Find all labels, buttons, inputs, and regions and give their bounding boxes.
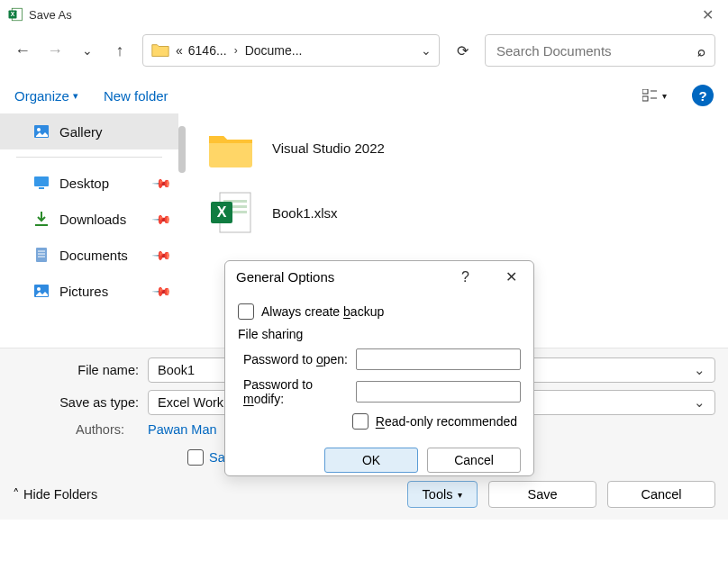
svg-rect-3 xyxy=(642,89,648,94)
file-label: Visual Studio 2022 xyxy=(272,140,385,156)
sidebar-item-label: Desktop xyxy=(59,176,109,191)
close-icon[interactable]: ✕ xyxy=(695,3,721,27)
sidebar-item-downloads[interactable]: Downloads 📌 xyxy=(0,201,178,237)
always-backup-label: Always create backup xyxy=(261,304,384,319)
file-label: Book1.xlsx xyxy=(272,205,338,221)
save-type-label: Save as type: xyxy=(13,395,148,410)
folder-icon xyxy=(205,122,256,173)
chevron-up-icon: ˄ xyxy=(13,487,20,502)
up-icon[interactable]: ↑ xyxy=(110,41,130,60)
sidebar-scrollbar[interactable] xyxy=(178,113,187,348)
chevron-down-icon[interactable]: ⌄ xyxy=(421,43,432,58)
tools-button[interactable]: Tools ▾ xyxy=(407,481,478,508)
authors-label: Authors: xyxy=(76,422,124,437)
refresh-icon[interactable]: ⟳ xyxy=(452,42,472,59)
password-open-label: Password to open: xyxy=(238,352,349,366)
readonly-checkbox[interactable] xyxy=(352,413,369,430)
sidebar-item-label: Gallery xyxy=(59,124,103,140)
close-icon[interactable]: ✕ xyxy=(500,268,523,285)
save-thumbnail-checkbox[interactable] xyxy=(187,449,204,466)
organize-button[interactable]: Organize ▾ xyxy=(14,88,78,104)
help-icon[interactable]: ? xyxy=(456,269,475,285)
path-seg2[interactable]: Docume... xyxy=(245,43,303,58)
authors-value[interactable]: Pawan Man xyxy=(148,422,217,437)
list-item[interactable]: X Book1.xlsx xyxy=(195,180,721,245)
excel-file-icon: X xyxy=(205,187,256,238)
svg-rect-4 xyxy=(642,96,648,101)
password-modify-input[interactable] xyxy=(356,381,521,403)
svg-rect-9 xyxy=(34,176,49,186)
toolbar: Organize ▾ New folder ▾ ? xyxy=(0,77,728,113)
documents-icon xyxy=(32,246,50,264)
excel-app-icon: X xyxy=(7,6,23,23)
chevron-down-icon: ▾ xyxy=(662,91,667,101)
ok-button[interactable]: OK xyxy=(324,448,418,473)
sidebar-item-pictures[interactable]: Pictures 📌 xyxy=(0,273,178,309)
search-box[interactable]: ⌕ xyxy=(485,34,715,67)
cancel-button[interactable]: Cancel xyxy=(607,481,715,508)
view-options-button[interactable]: ▾ xyxy=(642,89,667,102)
folder-icon xyxy=(150,41,170,59)
chevron-down-icon: ▾ xyxy=(458,490,462,500)
window-title: Save As xyxy=(29,8,72,22)
path-seg1[interactable]: 6146... xyxy=(188,43,227,58)
save-button[interactable]: Save xyxy=(488,481,596,508)
hide-folders-label: Hide Folders xyxy=(23,487,97,502)
pictures-icon xyxy=(32,282,50,300)
file-name-label: File name: xyxy=(13,363,148,377)
search-icon[interactable]: ⌕ xyxy=(697,43,705,59)
sidebar-item-label: Documents xyxy=(59,248,128,263)
svg-point-17 xyxy=(37,287,41,291)
password-open-input[interactable] xyxy=(356,348,521,370)
sidebar-item-documents[interactable]: Documents 📌 xyxy=(0,237,178,273)
svg-text:X: X xyxy=(11,11,15,17)
help-icon[interactable]: ? xyxy=(692,85,714,106)
pin-icon[interactable]: 📌 xyxy=(151,244,172,265)
breadcrumb[interactable]: « 6146... › Docume... ⌄ xyxy=(142,34,440,67)
svg-rect-10 xyxy=(39,187,44,189)
sidebar-item-desktop[interactable]: Desktop 📌 xyxy=(0,165,178,201)
new-folder-button[interactable]: New folder xyxy=(104,88,168,104)
sidebar-item-label: Downloads xyxy=(59,212,126,227)
gallery-icon xyxy=(32,122,50,140)
list-item[interactable]: Visual Studio 2022 xyxy=(195,115,721,180)
recent-chevron-icon[interactable]: ⌄ xyxy=(77,43,97,58)
always-backup-checkbox[interactable] xyxy=(238,303,254,320)
chevron-down-icon[interactable]: ⌄ xyxy=(694,395,705,410)
title-bar: X Save As ✕ xyxy=(0,0,728,29)
password-modify-label: Password to modify: xyxy=(238,377,349,406)
hide-folders-button[interactable]: ˄ Hide Folders xyxy=(13,487,97,502)
pin-icon[interactable]: 📌 xyxy=(151,172,172,193)
path-prefix: « xyxy=(176,43,183,58)
back-icon[interactable]: ← xyxy=(13,41,32,60)
desktop-icon xyxy=(32,174,50,192)
downloads-icon xyxy=(32,210,50,228)
svg-rect-12 xyxy=(36,248,47,262)
nav-bar: ← → ⌄ ↑ « 6146... › Docume... ⌄ ⟳ ⌕ xyxy=(0,29,728,72)
pin-icon[interactable]: 📌 xyxy=(151,208,172,229)
tools-label: Tools xyxy=(423,487,453,502)
chevron-down-icon: ▾ xyxy=(73,90,78,102)
readonly-label: Read-only recommended xyxy=(376,414,517,429)
svg-point-8 xyxy=(37,128,41,131)
chevron-down-icon[interactable]: ⌄ xyxy=(694,363,705,377)
general-options-dialog: General Options ? ✕ Always create backup… xyxy=(224,260,534,476)
file-name-value: Book1 xyxy=(158,363,195,377)
file-sharing-group-label: File sharing xyxy=(238,327,521,341)
svg-text:X: X xyxy=(217,204,227,220)
sidebar-item-gallery[interactable]: Gallery xyxy=(0,113,178,149)
organize-label: Organize xyxy=(14,88,69,104)
sidebar-item-label: Pictures xyxy=(59,284,108,299)
search-input[interactable] xyxy=(495,42,697,59)
dialog-title: General Options xyxy=(236,269,334,285)
chevron-right-icon[interactable]: › xyxy=(232,44,240,57)
pin-icon[interactable]: 📌 xyxy=(151,280,172,301)
sidebar: Gallery Desktop 📌 Downloads 📌 Documents … xyxy=(0,113,178,348)
dialog-cancel-button[interactable]: Cancel xyxy=(427,448,521,473)
forward-icon[interactable]: → xyxy=(45,41,65,60)
